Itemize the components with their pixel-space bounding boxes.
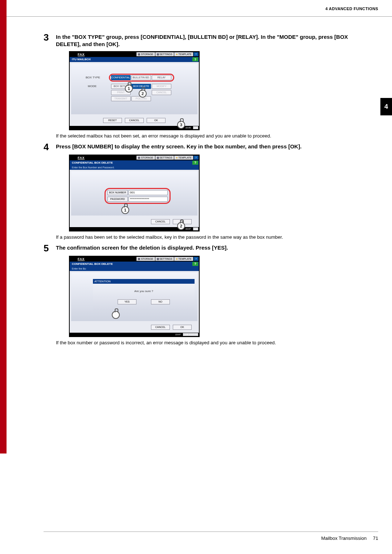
- bulletin-button[interactable]: BULLETIN BD.: [131, 75, 151, 80]
- cancel-mode-button[interactable]: CANCEL: [152, 90, 171, 95]
- footer-time: 15:07: [185, 228, 191, 230]
- marker-3: 3: [177, 121, 185, 129]
- yes-button[interactable]: YES: [118, 299, 136, 304]
- star-icon: ★: [176, 156, 178, 159]
- help-button[interactable]: ?: [193, 52, 199, 56]
- step-number: 3: [44, 33, 56, 42]
- chapter-tab: 4: [380, 98, 392, 115]
- subtitle: CONFIDENTIAL BOX DELETE: [72, 262, 113, 266]
- template-button[interactable]: ★TEMPLATE: [174, 52, 193, 56]
- confidential-button[interactable]: CONFIDENTIAL: [111, 75, 131, 80]
- cancel-button[interactable]: CANCEL: [151, 219, 170, 224]
- job-status-button[interactable]: JOB STATUS: [183, 333, 198, 336]
- confirm-question: Are you sure ?: [134, 290, 153, 293]
- footer-time: 15:05: [185, 127, 191, 129]
- relay-button[interactable]: RELAY: [152, 75, 171, 80]
- screenshot-3: FAX STORAGE SETTINGS ★TEMPLATE ? CONFIDE…: [69, 256, 200, 337]
- marker-1: 1: [121, 206, 129, 214]
- step-5-note: If the box number or password is incorre…: [56, 340, 367, 345]
- password-field[interactable]: *****************: [128, 197, 168, 202]
- screenshot-1: FAX STORAGE SETTINGS ★TEMPLATE ? ITU MAI…: [69, 51, 200, 130]
- storage-icon: [138, 258, 140, 260]
- red-margin-bar: [0, 0, 7, 454]
- storage-button[interactable]: STORAGE: [136, 257, 155, 261]
- settings-icon: [157, 53, 159, 56]
- green-help-button[interactable]: ?: [192, 262, 198, 266]
- page-header: 4 ADVANCED FUNCTIONS: [7, 0, 392, 17]
- step-5: 5 The confirmation screen for the deleti…: [44, 243, 367, 253]
- subtitle: ITU MAILBOX: [72, 58, 91, 61]
- footer-section: Mailbox Transmission: [321, 535, 367, 541]
- step-3: 3 In the "BOX TYPE" group, press [CONFID…: [44, 33, 367, 48]
- step-title: Press [BOX NUMBER] to display the entry …: [56, 142, 302, 150]
- step-4-note: If a password has been set to the select…: [56, 234, 367, 240]
- attention-title: ATTENTION: [93, 279, 195, 284]
- cancel-button[interactable]: CANCEL: [151, 325, 170, 330]
- transmit-button[interactable]: TRANSMIT: [111, 96, 131, 101]
- box-number-button[interactable]: BOX NUMBER: [107, 190, 128, 195]
- mode-label: MODE: [88, 85, 97, 88]
- help-button[interactable]: ?: [193, 257, 199, 261]
- header-title: 4 ADVANCED FUNCTIONS: [325, 7, 378, 11]
- subtitle: CONFIDENTIAL BOX DELETE: [72, 161, 113, 164]
- cancel-button[interactable]: CANCEL: [125, 118, 144, 123]
- step-title: The confirmation screen for the deletion…: [56, 243, 228, 251]
- box-delete-button[interactable]: BOX DELETE: [131, 84, 151, 89]
- box-number-field[interactable]: 001: [128, 190, 168, 195]
- step-3-note: If the selected mailbox has not been set…: [56, 133, 367, 139]
- fax-label: FAX: [70, 156, 85, 160]
- screenshot-2: FAX STORAGE SETTINGS ★TEMPLATE ? CONFIDE…: [69, 155, 200, 231]
- footer-us: US: [193, 227, 198, 230]
- storage-icon: [138, 157, 140, 159]
- hint-bar: Enter the Bo: [70, 266, 199, 271]
- storage-button[interactable]: STORAGE: [136, 52, 155, 56]
- step-number: 5: [44, 243, 56, 253]
- marker-yes: [112, 311, 120, 319]
- help-button[interactable]: ?: [193, 156, 199, 160]
- ok-button[interactable]: OK: [173, 325, 192, 330]
- marker-2: 2: [177, 222, 185, 230]
- marker-1: 1: [125, 85, 133, 93]
- settings-icon: [157, 157, 159, 159]
- fax-label: FAX: [70, 53, 85, 56]
- storage-icon: [138, 53, 140, 56]
- page-content: 3 In the "BOX TYPE" group, press [CONFID…: [44, 33, 367, 349]
- settings-button[interactable]: SETTINGS: [155, 156, 174, 160]
- settings-button[interactable]: SETTINGS: [155, 257, 174, 261]
- settings-button[interactable]: SETTINGS: [155, 52, 174, 56]
- ok-button[interactable]: OK: [147, 118, 166, 123]
- template-button[interactable]: ★TEMPLATE: [174, 156, 193, 160]
- footer-us: US: [193, 126, 198, 129]
- fax-label: FAX: [70, 257, 85, 261]
- storage-button[interactable]: STORAGE: [136, 156, 155, 160]
- footer-page: 71: [373, 535, 378, 541]
- reset-button[interactable]: RESET: [103, 118, 122, 123]
- top-buttons: STORAGE SETTINGS ★TEMPLATE ?: [136, 52, 199, 56]
- marker-2: 2: [139, 90, 147, 98]
- modify-button[interactable]: MODIFY: [152, 84, 171, 89]
- box-type-label: BOX TYPE: [86, 76, 100, 79]
- settings-icon: [157, 258, 159, 260]
- step-number: 4: [44, 142, 56, 152]
- footer-time: 15:07: [175, 333, 181, 336]
- step-title: In the "BOX TYPE" group, press [CONFIDEN…: [56, 33, 367, 48]
- template-button[interactable]: ★TEMPLATE: [174, 257, 193, 261]
- no-button[interactable]: NO: [151, 299, 170, 304]
- hint-bar: Enter the Box Number and Password.: [70, 165, 199, 170]
- green-help-button[interactable]: ?: [192, 161, 198, 165]
- star-icon: ★: [176, 53, 178, 56]
- step-4: 4 Press [BOX NUMBER] to display the entr…: [44, 142, 367, 152]
- password-button[interactable]: PASSWORD: [107, 197, 128, 202]
- attention-dialog: Are you sure ? YES NO: [93, 284, 195, 310]
- green-help-button[interactable]: ?: [192, 57, 198, 61]
- page-footer: Mailbox Transmission 71: [44, 532, 378, 541]
- star-icon: ★: [176, 258, 178, 260]
